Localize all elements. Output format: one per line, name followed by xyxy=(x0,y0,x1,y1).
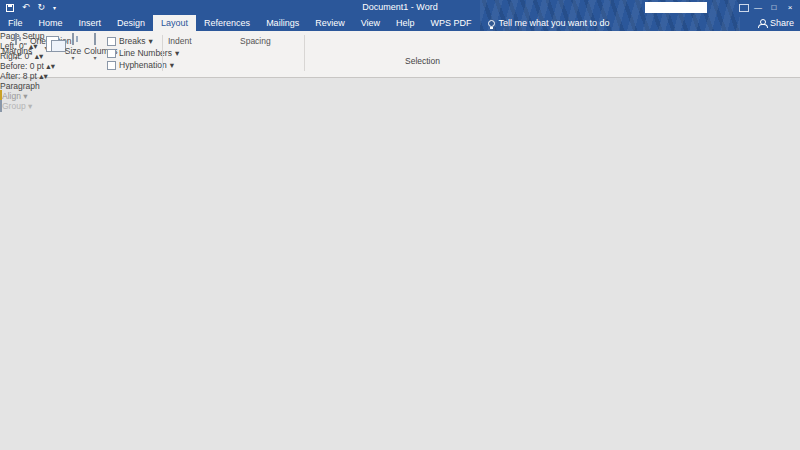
align-label: Align xyxy=(2,91,21,101)
tab-home[interactable]: Home xyxy=(31,15,71,31)
breaks-icon xyxy=(107,37,116,46)
hyphenation-button[interactable]: Hyphenation ▾ xyxy=(107,60,174,70)
spacing-after-field[interactable]: After: 8 pt ▴▾ xyxy=(0,71,800,81)
line-numbers-caret-icon: ▾ xyxy=(175,48,179,58)
spacing-after-label: After: xyxy=(0,71,20,81)
indent-right-spinner[interactable]: ▴▾ xyxy=(35,51,44,61)
share-label: Share xyxy=(770,18,794,28)
tab-insert[interactable]: Insert xyxy=(71,15,110,31)
spacing-before-label: Before: xyxy=(0,61,27,71)
share-button[interactable]: Share xyxy=(758,18,794,28)
size-icon xyxy=(72,33,74,45)
align-button[interactable]: Align ▾ xyxy=(0,91,800,101)
spacing-before-spinner[interactable]: ▴▾ xyxy=(46,61,55,71)
size-caret-icon: ▾ xyxy=(62,56,84,61)
group-button[interactable]: Group ▾ xyxy=(0,101,800,111)
columns-caret-icon: ▾ xyxy=(84,56,106,61)
paragraph-group-label: Paragraph xyxy=(0,81,40,91)
tab-wps-pdf[interactable]: WPS PDF xyxy=(423,15,480,31)
tab-references[interactable]: References xyxy=(196,15,258,31)
breaks-caret-icon: ▾ xyxy=(148,36,152,46)
redacted-account-box xyxy=(645,2,707,13)
tab-mailings[interactable]: Mailings xyxy=(258,15,307,31)
breaks-button[interactable]: Breaks ▾ xyxy=(107,36,153,46)
group-separator xyxy=(304,35,305,71)
tab-review[interactable]: Review xyxy=(307,15,353,31)
spacing-heading: Spacing xyxy=(240,36,271,46)
selection-pane-label: Selection xyxy=(405,56,440,66)
lightbulb-icon xyxy=(488,20,495,27)
tab-help[interactable]: Help xyxy=(388,15,423,31)
columns-button[interactable]: Columns ▾ xyxy=(84,34,106,61)
tab-file[interactable]: File xyxy=(0,15,31,31)
ribbon-tab-bar: File Home Insert Design Layout Reference… xyxy=(0,15,800,31)
spacing-after-spinner[interactable]: ▴▾ xyxy=(39,71,48,81)
group-separator xyxy=(162,35,163,71)
line-numbers-icon xyxy=(107,49,116,58)
group-icon xyxy=(0,100,2,112)
maximize-button[interactable]: □ xyxy=(766,0,782,15)
person-icon xyxy=(758,19,766,28)
size-button[interactable]: Size ▾ xyxy=(62,34,84,61)
align-caret-icon: ▾ xyxy=(23,91,27,101)
tab-layout[interactable]: Layout xyxy=(153,15,196,31)
window-controls: — □ × xyxy=(736,0,798,15)
indent-heading: Indent xyxy=(168,36,192,46)
margins-caret-icon: ▾ xyxy=(2,56,30,61)
breaks-label: Breaks xyxy=(119,36,145,46)
tell-me-label: Tell me what you want to do xyxy=(499,18,610,28)
tab-design[interactable]: Design xyxy=(109,15,153,31)
spacing-before-value[interactable]: 0 pt xyxy=(30,61,44,71)
tell-me-box[interactable]: Tell me what you want to do xyxy=(480,15,618,31)
line-numbers-button[interactable]: Line Numbers ▾ xyxy=(107,48,179,58)
hyphenation-icon xyxy=(107,61,116,70)
close-button[interactable]: × xyxy=(782,0,798,15)
hyphenation-label: Hyphenation xyxy=(119,60,167,70)
line-numbers-label: Line Numbers xyxy=(119,48,172,58)
group-caret-icon: ▾ xyxy=(28,101,32,111)
word-application-window: ↶ ↻ ▾ Document1 - Word — □ × File Home I… xyxy=(0,0,800,450)
spacing-after-value[interactable]: 8 pt xyxy=(23,71,37,81)
ribbon-display-options-icon[interactable] xyxy=(736,0,750,15)
orientation-button[interactable]: Orientation ▾ xyxy=(30,34,62,51)
ribbon: Margins ▾ Orientation ▾ Size ▾ Columns ▾… xyxy=(0,31,800,78)
tab-view[interactable]: View xyxy=(353,15,388,31)
columns-icon xyxy=(94,33,96,45)
minimize-button[interactable]: — xyxy=(750,0,766,15)
title-bar: ↶ ↻ ▾ Document1 - Word — □ × File Home I… xyxy=(0,0,800,31)
document-page-2[interactable] xyxy=(0,322,209,450)
hyphenation-caret-icon: ▾ xyxy=(170,60,174,70)
margins-button[interactable]: Margins ▾ xyxy=(2,34,30,61)
margins-icon xyxy=(15,33,17,45)
group-label: Group xyxy=(2,101,26,111)
